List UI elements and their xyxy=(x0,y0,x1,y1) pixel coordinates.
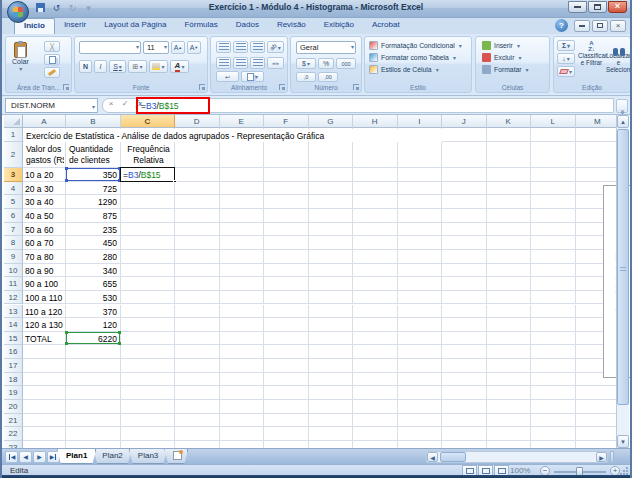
borders-dropdown-icon[interactable]: ▾ xyxy=(139,63,142,70)
cell-L15[interactable] xyxy=(531,332,576,346)
cell-B5[interactable]: 1290 xyxy=(66,197,117,207)
cell-A12[interactable]: 100 a 110 xyxy=(25,293,64,303)
cell-H13[interactable] xyxy=(353,305,398,319)
cell-E23[interactable] xyxy=(220,441,265,448)
cell-G3[interactable] xyxy=(309,168,354,182)
insert-worksheet-tab[interactable] xyxy=(164,449,188,464)
row-header-4[interactable]: 4 xyxy=(4,182,23,196)
next-sheet-icon[interactable]: ▶ xyxy=(33,451,46,463)
cell-H12[interactable] xyxy=(353,291,398,305)
cell-L7[interactable] xyxy=(531,223,576,237)
cell-A13[interactable]: 110 a 120 xyxy=(25,307,64,317)
row-header-19[interactable]: 19 xyxy=(4,386,23,400)
cell-H16[interactable] xyxy=(353,345,398,359)
cell-D23[interactable] xyxy=(175,441,220,448)
cell-I12[interactable] xyxy=(398,291,443,305)
office-button[interactable] xyxy=(7,1,29,23)
cell-E4[interactable] xyxy=(220,182,265,196)
cell-C15[interactable] xyxy=(121,332,175,346)
cell-G2[interactable] xyxy=(309,142,354,168)
cell-J21[interactable] xyxy=(442,414,487,428)
column-header-A[interactable]: A xyxy=(23,115,66,128)
column-header-G[interactable]: G xyxy=(309,115,354,128)
alignment-dialog-launcher-icon[interactable] xyxy=(279,84,285,90)
cell-A14[interactable]: 120 a 130 xyxy=(25,320,64,330)
cell-G21[interactable] xyxy=(309,414,354,428)
cell-A20[interactable] xyxy=(23,400,66,414)
cell-K6[interactable] xyxy=(487,209,532,223)
cell-I14[interactable] xyxy=(398,318,443,332)
cell-F20[interactable] xyxy=(264,400,309,414)
cell-A22[interactable] xyxy=(23,427,66,441)
cell-L4[interactable] xyxy=(531,182,576,196)
cell-M23[interactable] xyxy=(576,441,621,448)
cell-D15[interactable] xyxy=(175,332,220,346)
cell-B19[interactable] xyxy=(66,386,121,400)
cell-A7[interactable]: 50 a 60 xyxy=(25,225,64,235)
cell-B2[interactable]: Quantidade de clientes xyxy=(67,144,119,168)
save-icon[interactable] xyxy=(34,3,47,15)
cell-A6[interactable]: 40 a 50 xyxy=(25,211,64,221)
format-painter-button[interactable] xyxy=(44,67,60,78)
cell-G17[interactable] xyxy=(309,359,354,373)
cell-C20[interactable] xyxy=(121,400,175,414)
cell-L22[interactable] xyxy=(531,427,576,441)
row-header-2[interactable]: 2 xyxy=(4,142,23,168)
cell-F22[interactable] xyxy=(264,427,309,441)
align-bottom-button[interactable] xyxy=(250,41,265,53)
cell-K15[interactable] xyxy=(487,332,532,346)
cell-E11[interactable] xyxy=(220,277,265,291)
cell-C19[interactable] xyxy=(121,386,175,400)
cell-A1-title[interactable]: Exercício de Estatística - Análise de da… xyxy=(24,129,442,142)
cell-I9[interactable] xyxy=(398,250,443,264)
italic-button[interactable]: I xyxy=(94,60,107,73)
fill-handle[interactable] xyxy=(173,180,177,184)
cell-D4[interactable] xyxy=(175,182,220,196)
cell-A5[interactable]: 30 a 40 xyxy=(25,197,64,207)
cell-K20[interactable] xyxy=(487,400,532,414)
font-dialog-launcher-icon[interactable] xyxy=(199,84,205,90)
cell-H17[interactable] xyxy=(353,359,398,373)
row-header-8[interactable]: 8 xyxy=(4,236,23,250)
cell-B4[interactable]: 725 xyxy=(66,184,117,194)
cell-A21[interactable] xyxy=(23,414,66,428)
cell-G6[interactable] xyxy=(309,209,354,223)
cell-K4[interactable] xyxy=(487,182,532,196)
cell-F6[interactable] xyxy=(264,209,309,223)
restore-button[interactable] xyxy=(588,1,607,13)
cell-I23[interactable] xyxy=(398,441,443,448)
cell-J2[interactable] xyxy=(442,142,487,168)
row-header-10[interactable]: 10 xyxy=(4,264,23,278)
dropdown-icon[interactable]: ▾ xyxy=(436,66,439,73)
cell-L12[interactable] xyxy=(531,291,576,305)
row-header-7[interactable]: 7 xyxy=(4,223,23,237)
column-header-D[interactable]: D xyxy=(175,115,220,128)
cell-F19[interactable] xyxy=(264,386,309,400)
cell-D2[interactable] xyxy=(175,142,220,168)
cell-G22[interactable] xyxy=(309,427,354,441)
cut-button[interactable]: ╳ xyxy=(44,41,60,52)
name-box[interactable]: DIST.NORM ▾ xyxy=(5,98,98,113)
cell-E5[interactable] xyxy=(220,195,265,209)
wrap-text-button[interactable]: ↩ xyxy=(216,71,239,82)
accounting-format-button[interactable]: $▾ xyxy=(296,58,316,69)
cell-I18[interactable] xyxy=(398,373,443,387)
cell-L9[interactable] xyxy=(531,250,576,264)
style-item-1[interactable]: Formatação Condicional▾ xyxy=(369,41,462,50)
cell-K3[interactable] xyxy=(487,168,532,182)
cell-H23[interactable] xyxy=(353,441,398,448)
workbook-close-button[interactable]: × xyxy=(610,20,626,32)
cell-E17[interactable] xyxy=(220,359,265,373)
column-header-E[interactable]: E xyxy=(220,115,265,128)
enter-icon[interactable]: ✓ xyxy=(120,99,130,108)
cell-G11[interactable] xyxy=(309,277,354,291)
cell-C23[interactable] xyxy=(121,441,175,448)
column-header-C[interactable]: C xyxy=(121,115,175,128)
cell-E14[interactable] xyxy=(220,318,265,332)
cell-I17[interactable] xyxy=(398,359,443,373)
cell-F10[interactable] xyxy=(264,264,309,278)
scroll-down-icon[interactable]: ▼ xyxy=(617,435,629,448)
cell-L20[interactable] xyxy=(531,400,576,414)
cell-J10[interactable] xyxy=(442,264,487,278)
row-header-23[interactable]: 23 xyxy=(4,441,23,448)
